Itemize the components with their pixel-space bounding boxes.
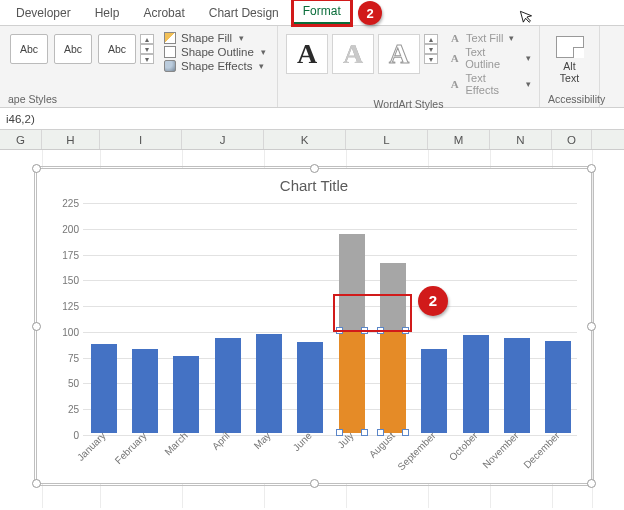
y-tick: 200 — [51, 223, 79, 234]
wordart-preset-1[interactable]: A — [286, 34, 328, 74]
group-label-shape-styles: ape Styles — [8, 91, 269, 105]
chart-bars[interactable] — [83, 203, 577, 433]
text-outline-icon: A — [448, 52, 461, 64]
alt-text-button[interactable]: AltText — [560, 60, 579, 84]
shape-style-preset-2[interactable]: Abc — [54, 34, 92, 64]
text-effects-icon: A — [448, 78, 461, 90]
alt-text-icon — [556, 36, 584, 58]
resize-handle[interactable] — [32, 164, 41, 173]
bar-front[interactable] — [380, 330, 406, 433]
col-header[interactable]: L — [346, 130, 428, 149]
resize-handle[interactable] — [32, 479, 41, 488]
wordart-preset-3[interactable]: A — [378, 34, 420, 74]
shape-outline-menu[interactable]: Shape Outline▾ — [164, 46, 266, 58]
resize-handle[interactable] — [310, 164, 319, 173]
shape-style-preset-3[interactable]: Abc — [98, 34, 136, 64]
tab-help[interactable]: Help — [85, 2, 130, 24]
col-header[interactable]: N — [490, 130, 552, 149]
tab-developer[interactable]: Developer — [6, 2, 81, 24]
shape-style-gallery-spinner[interactable]: ▴ ▾ ▾ — [140, 34, 154, 64]
callout-badge-1: 2 — [358, 1, 382, 25]
plot-area[interactable]: 0255075100125150175200225 2 — [83, 203, 577, 433]
col-header[interactable]: G — [0, 130, 42, 149]
x-tick-label: April — [210, 430, 232, 452]
col-header[interactable]: I — [100, 130, 182, 149]
resize-handle[interactable] — [587, 164, 596, 173]
pencil-icon — [164, 46, 176, 58]
col-header[interactable]: O — [552, 130, 592, 149]
y-tick: 175 — [51, 249, 79, 260]
chart-object[interactable]: Chart Title 0255075100125150175200225 2 … — [36, 168, 592, 484]
bar-front[interactable] — [421, 349, 447, 433]
resize-handle[interactable] — [587, 322, 596, 331]
column-headers: G H I J K L M N O — [0, 130, 624, 150]
text-fill-menu[interactable]: AText Fill▾ — [448, 32, 531, 44]
data-point-handle[interactable] — [402, 327, 409, 334]
resize-handle[interactable] — [587, 479, 596, 488]
y-tick: 225 — [51, 198, 79, 209]
shape-style-preset-1[interactable]: Abc — [10, 34, 48, 64]
text-effects-menu[interactable]: AText Effects▾ — [448, 72, 531, 96]
effects-icon — [164, 60, 176, 72]
wordart-preset-2[interactable]: A — [332, 34, 374, 74]
y-tick: 100 — [51, 326, 79, 337]
tab-acrobat[interactable]: Acrobat — [133, 2, 194, 24]
resize-handle[interactable] — [32, 322, 41, 331]
y-tick: 50 — [51, 378, 79, 389]
group-wordart-styles: A A A ▴ ▾ ▾ AText Fill▾ AText Outline▾ A… — [278, 26, 540, 107]
ribbon-body: Abc Abc Abc ▴ ▾ ▾ Shape Fill▾ Shape Outl… — [0, 26, 624, 108]
col-header[interactable]: K — [264, 130, 346, 149]
bar-front[interactable] — [545, 341, 571, 433]
chevron-down-icon[interactable]: ▾ — [424, 44, 438, 54]
bar-front[interactable] — [463, 335, 489, 433]
resize-handle[interactable] — [310, 479, 319, 488]
text-fill-icon: A — [448, 32, 462, 44]
wordart-gallery-spinner[interactable]: ▴ ▾ ▾ — [424, 34, 438, 64]
data-point-handle[interactable] — [361, 327, 368, 334]
group-label-accessibility: Accessibility — [548, 91, 591, 105]
y-tick: 150 — [51, 275, 79, 286]
group-accessibility: AltText Accessibility — [540, 26, 600, 107]
col-header[interactable]: H — [42, 130, 100, 149]
chart-title[interactable]: Chart Title — [37, 169, 591, 196]
chevron-more-icon[interactable]: ▾ — [140, 54, 154, 64]
col-header[interactable]: J — [182, 130, 264, 149]
bar-front[interactable] — [504, 338, 530, 433]
worksheet-area[interactable]: Chart Title 0255075100125150175200225 2 … — [0, 150, 624, 508]
chevron-up-icon[interactable]: ▴ — [140, 34, 154, 44]
x-tick-label: January — [74, 430, 107, 463]
x-tick-label: September — [396, 430, 438, 472]
tab-format[interactable]: Format — [293, 0, 351, 25]
y-axis[interactable]: 0255075100125150175200225 — [49, 203, 79, 433]
data-point-handle[interactable] — [336, 327, 343, 334]
bar-front[interactable] — [215, 338, 241, 433]
bar-front[interactable] — [173, 356, 199, 433]
group-shape-styles: Abc Abc Abc ▴ ▾ ▾ Shape Fill▾ Shape Outl… — [0, 26, 278, 107]
ribbon-tabs: Developer Help Acrobat Chart Design Form… — [0, 0, 624, 26]
x-tick-label: December — [522, 430, 562, 470]
x-axis[interactable]: JanuaryFebruaryMarchAprilMayJuneJulyAugu… — [83, 435, 577, 479]
x-tick-label: May — [252, 430, 273, 451]
bar-front[interactable] — [132, 349, 158, 433]
bar-front[interactable] — [256, 334, 282, 433]
y-tick: 75 — [51, 352, 79, 363]
data-point-handle[interactable] — [377, 327, 384, 334]
bar-front[interactable] — [339, 330, 365, 433]
formula-bar[interactable]: i46,2) — [0, 108, 624, 130]
col-header[interactable]: M — [428, 130, 490, 149]
chevron-down-icon[interactable]: ▾ — [140, 44, 154, 54]
bar-front[interactable] — [91, 344, 117, 433]
text-outline-menu[interactable]: AText Outline▾ — [448, 46, 531, 70]
callout-badge-2: 2 — [418, 286, 448, 316]
shape-fill-menu[interactable]: Shape Fill▾ — [164, 32, 266, 44]
chevron-up-icon[interactable]: ▴ — [424, 34, 438, 44]
chevron-more-icon[interactable]: ▾ — [424, 54, 438, 64]
group-label-wordart: WordArt Styles — [286, 96, 531, 110]
x-tick-label: March — [163, 430, 190, 457]
tab-chart-design[interactable]: Chart Design — [199, 2, 289, 24]
shape-effects-menu[interactable]: Shape Effects▾ — [164, 60, 266, 72]
bar-front[interactable] — [297, 342, 323, 433]
x-tick-label: November — [480, 430, 520, 470]
bucket-icon — [164, 32, 176, 44]
x-tick-label: August — [367, 430, 397, 460]
